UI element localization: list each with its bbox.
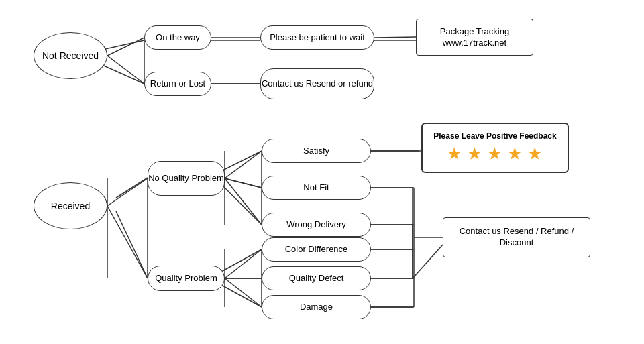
wrong-delivery-node: Wrong Delivery — [262, 213, 371, 237]
color-diff-node: Color Difference — [262, 237, 371, 262]
svg-line-25 — [413, 245, 443, 278]
svg-line-26 — [107, 38, 144, 56]
svg-line-15 — [221, 285, 262, 307]
feedback-box: Please Leave Positive Feedback ★ ★ ★ ★ ★ — [421, 123, 569, 173]
color-diff-label: Color Difference — [285, 244, 348, 255]
satisfy-label: Satisfy — [303, 146, 329, 157]
svg-line-9 — [221, 151, 262, 171]
svg-line-32 — [107, 206, 148, 278]
received-label: Received — [51, 200, 90, 212]
svg-line-10 — [221, 178, 262, 188]
package-tracking-label: Package Tracking www.17track.net — [417, 26, 533, 49]
svg-line-36 — [225, 178, 262, 225]
stars-label: ★ ★ ★ ★ ★ — [447, 145, 543, 164]
return-lost-label: Return or Lost — [150, 78, 205, 90]
svg-line-7 — [116, 211, 148, 278]
damage-node: Damage — [262, 295, 371, 319]
on-the-way-node: On the way — [144, 25, 211, 50]
contact-resend-node: Contact us Resend or refund — [260, 68, 374, 99]
svg-line-0 — [99, 40, 144, 50]
not-received-label: Not Received — [42, 50, 99, 62]
svg-line-13 — [221, 249, 262, 272]
not-received-node: Not Received — [34, 32, 107, 79]
wrong-delivery-label: Wrong Delivery — [286, 219, 346, 231]
svg-line-31 — [107, 178, 148, 206]
quality-defect-label: Quality Defect — [289, 273, 344, 284]
package-tracking-node: Package Tracking www.17track.net — [416, 19, 533, 56]
quality-problem-node: Quality Problem — [148, 266, 225, 291]
contact-resend-label: Contact us Resend or refund — [262, 78, 373, 90]
feedback-label: Please Leave Positive Feedback — [433, 131, 556, 142]
no-quality-label: No Quality Problem — [148, 173, 224, 184]
svg-line-35 — [225, 178, 262, 188]
svg-line-34 — [225, 151, 262, 178]
satisfy-node: Satisfy — [262, 139, 371, 163]
patient-wait-label: Please be patient to wait — [270, 32, 365, 44]
quality-defect-node: Quality Defect — [262, 266, 371, 290]
contact-refund-node: Contact us Resend / Refund / Discount — [443, 217, 590, 257]
no-quality-node: No Quality Problem — [148, 161, 225, 196]
svg-line-1 — [99, 64, 144, 84]
not-fit-node: Not Fit — [262, 176, 371, 200]
return-lost-node: Return or Lost — [144, 72, 211, 96]
svg-line-6 — [116, 178, 148, 198]
svg-line-11 — [221, 184, 262, 225]
svg-line-38 — [225, 249, 262, 278]
contact-refund-label: Contact us Resend / Refund / Discount — [443, 226, 590, 249]
not-fit-label: Not Fit — [303, 182, 329, 194]
svg-line-27 — [107, 56, 144, 84]
svg-line-40 — [225, 278, 262, 307]
on-the-way-label: On the way — [156, 32, 200, 44]
diagram: Not Received On the way Please be patien… — [0, 0, 644, 344]
quality-problem-label: Quality Problem — [155, 273, 217, 284]
patient-wait-node: Please be patient to wait — [260, 25, 374, 50]
received-node: Received — [34, 182, 107, 229]
svg-line-29 — [374, 37, 416, 38]
damage-label: Damage — [300, 302, 333, 313]
